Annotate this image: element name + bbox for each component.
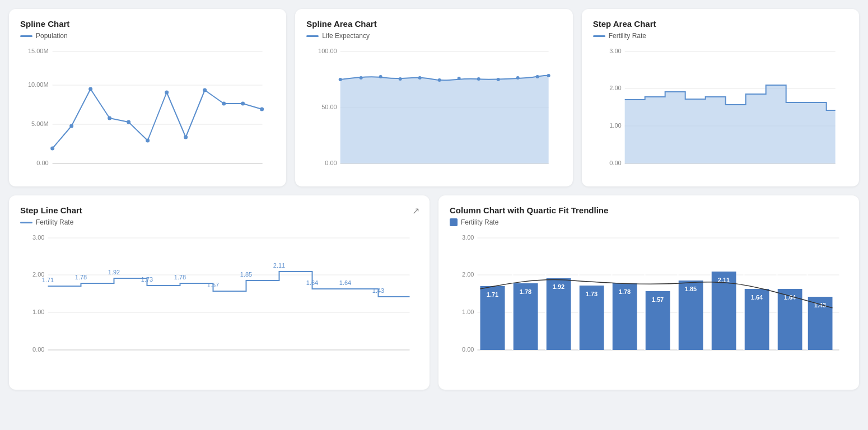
svg-point-35 bbox=[477, 77, 480, 81]
svg-point-19 bbox=[241, 102, 245, 106]
step-area-legend: Fertility Rate bbox=[593, 32, 848, 40]
svg-point-17 bbox=[203, 88, 207, 92]
svg-point-18 bbox=[222, 102, 226, 106]
step-area-chart-area: 3.00 2.00 1.00 0.00 bbox=[593, 43, 848, 180]
svg-text:1.71: 1.71 bbox=[487, 291, 498, 298]
step-area-chart-card: Step Area Chart Fertility Rate 3.00 2.00… bbox=[582, 9, 859, 186]
column-legend-box bbox=[450, 218, 458, 226]
svg-point-28 bbox=[339, 78, 342, 81]
svg-text:3.00: 3.00 bbox=[609, 48, 621, 54]
svg-text:2.11: 2.11 bbox=[273, 262, 285, 269]
svg-text:10.00M: 10.00M bbox=[28, 81, 49, 88]
spline-legend-line bbox=[20, 35, 32, 37]
step-area-legend-line bbox=[593, 35, 605, 37]
column-chart-card: Column Chart with Quartic Fit Trendline … bbox=[438, 195, 859, 390]
svg-text:1.85: 1.85 bbox=[685, 286, 697, 292]
column-chart-title: Column Chart with Quartic Fit Trendline bbox=[450, 205, 848, 215]
svg-text:1.64: 1.64 bbox=[306, 279, 318, 286]
svg-text:0.00: 0.00 bbox=[36, 160, 48, 166]
svg-point-34 bbox=[458, 77, 461, 80]
svg-text:2.00: 2.00 bbox=[462, 271, 474, 278]
svg-text:3.00: 3.00 bbox=[462, 234, 474, 241]
svg-text:3.00: 3.00 bbox=[32, 234, 44, 241]
svg-text:5.00M: 5.00M bbox=[31, 120, 49, 127]
svg-point-20 bbox=[260, 108, 264, 111]
step-area-chart-title: Step Area Chart bbox=[593, 19, 848, 29]
svg-point-38 bbox=[536, 75, 539, 78]
column-chart-area: 3.00 2.00 1.00 0.00 bbox=[450, 230, 848, 383]
svg-point-13 bbox=[127, 120, 130, 124]
svg-text:1.78: 1.78 bbox=[174, 274, 186, 281]
step-line-chart-title: Step Line Chart bbox=[20, 205, 418, 215]
svg-point-14 bbox=[146, 139, 150, 143]
svg-text:1.64: 1.64 bbox=[751, 294, 763, 301]
svg-text:1.43: 1.43 bbox=[372, 287, 384, 294]
svg-text:1.00: 1.00 bbox=[32, 309, 44, 315]
step-line-chart-card: ↗ Step Line Chart Fertility Rate 3.00 2.… bbox=[9, 195, 430, 390]
column-chart-legend: Fertility Rate bbox=[450, 218, 848, 226]
svg-point-31 bbox=[399, 77, 402, 81]
spline-area-chart-area: 100.00 50.00 0.00 bbox=[306, 43, 561, 180]
svg-point-15 bbox=[165, 91, 169, 95]
svg-text:1.78: 1.78 bbox=[520, 288, 531, 295]
svg-text:1.73: 1.73 bbox=[586, 291, 598, 297]
svg-text:1.78: 1.78 bbox=[75, 274, 87, 281]
spline-area-legend-line bbox=[306, 35, 319, 37]
svg-text:1.57: 1.57 bbox=[652, 296, 664, 303]
svg-point-10 bbox=[69, 124, 73, 128]
svg-point-29 bbox=[360, 76, 363, 80]
svg-point-37 bbox=[516, 76, 520, 80]
svg-point-33 bbox=[438, 78, 441, 82]
svg-text:1.64: 1.64 bbox=[339, 279, 351, 286]
svg-text:1.85: 1.85 bbox=[240, 271, 252, 278]
svg-text:2.00: 2.00 bbox=[609, 85, 621, 91]
step-line-legend-line bbox=[20, 222, 32, 223]
svg-text:1.00: 1.00 bbox=[609, 122, 621, 129]
svg-text:100.00: 100.00 bbox=[318, 48, 337, 54]
spline-chart-legend: Population bbox=[20, 32, 275, 40]
svg-text:1.92: 1.92 bbox=[553, 283, 564, 290]
svg-point-39 bbox=[547, 74, 550, 77]
spline-chart-card: Spline Chart Population 15.00M 10.00M 5.… bbox=[9, 9, 286, 186]
svg-text:0.00: 0.00 bbox=[325, 160, 337, 166]
svg-text:1.73: 1.73 bbox=[141, 276, 153, 283]
step-line-chart-area: 3.00 2.00 1.00 0.00 1.71 1.78 bbox=[20, 230, 418, 383]
svg-text:50.00: 50.00 bbox=[321, 104, 337, 110]
svg-point-36 bbox=[497, 78, 500, 81]
svg-point-12 bbox=[108, 116, 111, 120]
spline-chart-area: 15.00M 10.00M 5.00M 0.00 bbox=[20, 43, 275, 180]
svg-point-9 bbox=[50, 147, 54, 151]
svg-point-11 bbox=[88, 87, 92, 91]
svg-point-16 bbox=[184, 135, 188, 139]
svg-text:15.00M: 15.00M bbox=[28, 48, 49, 54]
svg-text:1.71: 1.71 bbox=[42, 277, 54, 283]
spline-area-chart-title: Spline Area Chart bbox=[306, 19, 561, 29]
spline-area-legend: Life Expectancy bbox=[306, 32, 561, 40]
svg-text:1.00: 1.00 bbox=[462, 309, 474, 315]
spline-chart-title: Spline Chart bbox=[20, 19, 275, 29]
svg-text:0.00: 0.00 bbox=[609, 160, 621, 166]
svg-text:0.00: 0.00 bbox=[32, 346, 44, 353]
spline-area-chart-card: Spline Area Chart Life Expectancy 100.00… bbox=[295, 9, 572, 186]
svg-text:1.92: 1.92 bbox=[108, 269, 120, 275]
step-line-legend: Fertility Rate bbox=[20, 218, 418, 226]
svg-text:1.57: 1.57 bbox=[207, 282, 219, 288]
svg-point-32 bbox=[418, 76, 422, 80]
expand-icon[interactable]: ↗ bbox=[412, 205, 419, 216]
svg-text:1.78: 1.78 bbox=[619, 288, 631, 295]
svg-point-30 bbox=[379, 75, 382, 78]
svg-text:0.00: 0.00 bbox=[462, 346, 474, 353]
